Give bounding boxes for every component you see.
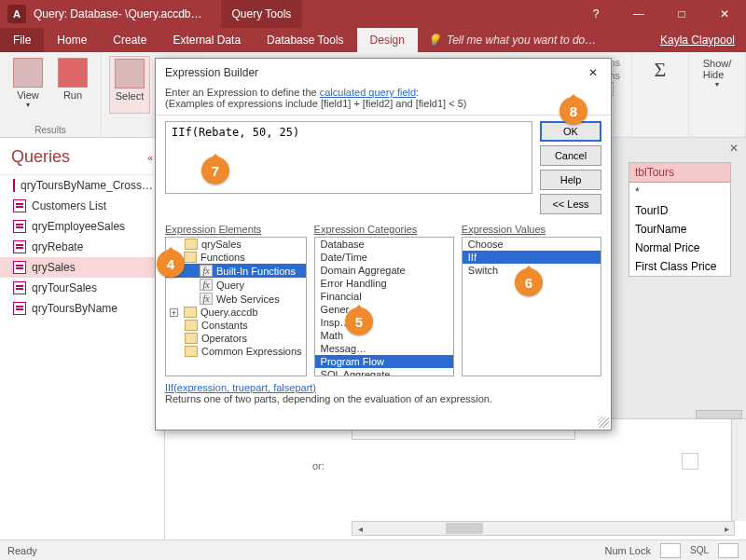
- group-results-label: Results: [35, 121, 65, 135]
- expression-elements-tree[interactable]: qrySales-FunctionsfxBuilt-In Functionsfx…: [165, 237, 307, 376]
- category-item[interactable]: Messag…: [315, 342, 453, 355]
- maximize-button[interactable]: □: [660, 0, 703, 28]
- nav-item[interactable]: Customers List: [0, 196, 164, 216]
- table-field[interactable]: Normal Price: [629, 239, 730, 257]
- tab-home[interactable]: Home: [44, 28, 100, 52]
- cancel-button[interactable]: Cancel: [540, 145, 601, 166]
- nav-item[interactable]: qryEmployeeSales: [0, 216, 164, 237]
- tree-item-label: Functions: [200, 252, 245, 263]
- tree-item[interactable]: Constants: [166, 319, 306, 332]
- tell-me-search[interactable]: 💡Tell me what you want to do…: [418, 28, 605, 52]
- table-field[interactable]: TourName: [629, 220, 730, 239]
- callout-8: 8: [560, 97, 587, 125]
- tab-create[interactable]: Create: [100, 28, 159, 52]
- query-icon: [13, 240, 26, 253]
- show-hide-label: Show/ Hide: [703, 58, 732, 80]
- category-item[interactable]: Date/Time: [315, 251, 453, 264]
- design-view-button[interactable]: [718, 543, 739, 558]
- category-item[interactable]: Insp…: [315, 316, 453, 329]
- tree-item[interactable]: +Query.accdb: [166, 306, 306, 319]
- table-field[interactable]: First Class Price: [629, 257, 730, 276]
- nav-item[interactable]: qrySales: [0, 257, 164, 278]
- category-item[interactable]: Domain Aggregate: [315, 264, 453, 277]
- nav-item-label: qryToursByName_Cross…: [21, 179, 153, 192]
- tree-item-label: Constants: [201, 320, 248, 331]
- expression-categories-list[interactable]: DatabaseDate/TimeDomain AggregateError H…: [314, 237, 454, 376]
- window-title: Query: Database- \Query.accdb…: [34, 7, 202, 20]
- status-numlock: Num Lock: [604, 545, 651, 556]
- context-tab-query-tools[interactable]: Query Tools: [221, 0, 303, 28]
- callout-7: 7: [201, 157, 229, 184]
- select-icon: [115, 59, 145, 89]
- category-item[interactable]: Program Flow: [315, 355, 453, 368]
- totals-button[interactable]: Σ: [640, 56, 681, 84]
- tab-design[interactable]: Design: [357, 28, 418, 52]
- scroll-thumb[interactable]: [446, 523, 483, 534]
- scroll-left-icon[interactable]: ◂: [352, 522, 367, 535]
- dialog-close-button[interactable]: ✕: [585, 64, 601, 81]
- function-description: Returns one of two parts, depending on t…: [165, 393, 492, 404]
- category-item[interactable]: Database: [315, 238, 453, 251]
- nav-item[interactable]: qryTourSales: [0, 278, 164, 298]
- sql-view-button[interactable]: SQL: [690, 545, 709, 555]
- nav-item[interactable]: qryToursByName: [0, 298, 164, 319]
- tree-item-label: Web Services: [216, 294, 280, 305]
- nav-item-label: qrySales: [32, 261, 76, 274]
- table-tbltours[interactable]: tblTours TourIDTourNameNormal PriceFirst…: [629, 162, 731, 277]
- nav-item-label: qryRebate: [32, 240, 83, 253]
- tree-item[interactable]: fxWeb Services: [166, 292, 306, 306]
- splitter-handle[interactable]: [696, 410, 742, 419]
- category-item[interactable]: Gener…: [315, 303, 453, 316]
- navigation-pane: Queries« qryToursByName_Cross…Customers …: [0, 138, 165, 540]
- query-icon: [13, 179, 15, 192]
- show-hide-button[interactable]: Show/ Hide▾: [697, 56, 738, 90]
- intro-link[interactable]: calculated query field: [320, 87, 416, 98]
- category-item[interactable]: Error Handling: [315, 277, 453, 290]
- grid-hscroll[interactable]: ◂ ▸: [352, 521, 735, 536]
- nav-item[interactable]: qryRebate: [0, 237, 164, 257]
- signed-in-user[interactable]: Kayla Claypool: [649, 28, 746, 52]
- help-button[interactable]: Help: [540, 170, 601, 190]
- document-close-button[interactable]: ✕: [729, 142, 739, 155]
- nav-header[interactable]: Queries«: [0, 143, 164, 175]
- grid-vscroll[interactable]: [731, 419, 746, 521]
- folder-icon: [185, 320, 198, 331]
- select-button[interactable]: Select: [109, 56, 150, 114]
- tree-item[interactable]: Operators: [166, 332, 306, 345]
- intro-prefix: Enter an Expression to define the: [165, 87, 320, 98]
- folder-icon: [185, 333, 198, 344]
- category-item[interactable]: SQL Aggregate: [315, 368, 453, 376]
- tab-database-tools[interactable]: Database Tools: [254, 28, 357, 52]
- tree-item[interactable]: fxBuilt-In Functions: [166, 264, 306, 278]
- syntax-link[interactable]: IIf(expression, truepart, falsepart): [165, 382, 316, 393]
- expression-categories-label: Expression Categories: [314, 224, 454, 235]
- value-item[interactable]: Choose: [463, 238, 601, 251]
- run-button[interactable]: Run: [52, 56, 93, 111]
- expression-values-list[interactable]: ChooseIIfSwitch: [462, 237, 601, 376]
- table-header: tblTours: [629, 163, 730, 183]
- category-item[interactable]: Math: [315, 329, 453, 342]
- grid-show-checkbox[interactable]: [682, 453, 698, 470]
- tree-item-label: Query: [216, 280, 244, 291]
- minimize-button[interactable]: —: [617, 0, 660, 28]
- tree-item[interactable]: -Functions: [166, 251, 306, 264]
- callout-6: 6: [515, 268, 543, 296]
- tree-item[interactable]: qrySales: [166, 238, 306, 251]
- dialog-title: Expression Builder: [165, 66, 258, 79]
- nav-item[interactable]: qryToursByName_Cross…: [0, 175, 164, 196]
- view-button[interactable]: View▾: [7, 56, 48, 111]
- tab-file[interactable]: File: [0, 28, 44, 52]
- scroll-right-icon[interactable]: ▸: [719, 522, 734, 535]
- category-item[interactable]: Financial: [315, 290, 453, 303]
- tab-external-data[interactable]: External Data: [159, 28, 254, 52]
- help-icon[interactable]: ?: [574, 0, 617, 28]
- less-button[interactable]: << Less: [540, 194, 601, 214]
- table-field[interactable]: TourID: [629, 201, 730, 220]
- close-button[interactable]: ✕: [703, 0, 746, 28]
- tree-item[interactable]: fxQuery: [166, 278, 306, 292]
- expand-icon[interactable]: +: [170, 308, 178, 317]
- tree-item[interactable]: Common Expressions: [166, 345, 306, 358]
- resize-grip-icon[interactable]: [598, 417, 609, 428]
- table-row-all[interactable]: [629, 183, 730, 201]
- datasheet-view-button[interactable]: [660, 543, 681, 558]
